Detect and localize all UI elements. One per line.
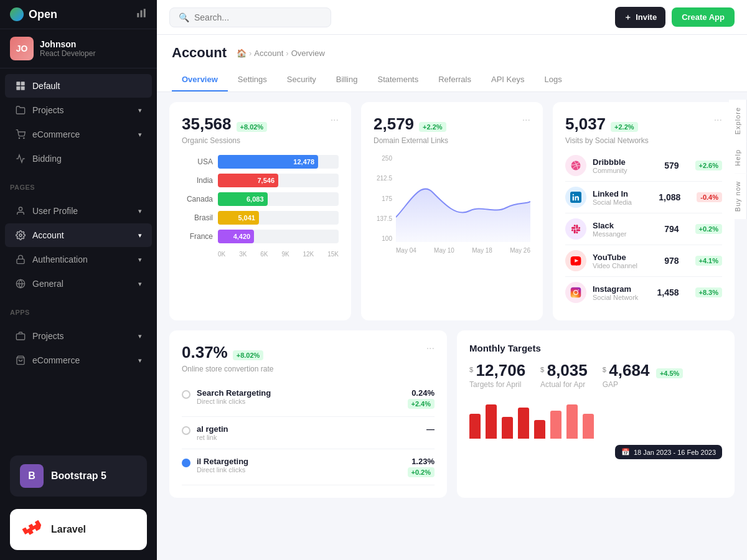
dribbble-count: 579 xyxy=(664,161,679,170)
tab-logs[interactable]: Logs xyxy=(534,68,571,91)
breadcrumb: 🏠 › Account › Overview xyxy=(237,49,325,58)
app-logo[interactable]: Open xyxy=(10,7,57,21)
monthly-actual-label: Actual for Apr xyxy=(540,380,588,389)
conv-rate: 0.37% xyxy=(182,343,228,362)
sidebar-item-user-profile[interactable]: User Profile ▾ xyxy=(5,199,152,223)
content-area: 35,568 +8.02% ··· Organic Sessions USA12… xyxy=(157,92,747,560)
monthly-targets: $ 12,706 Targets for April xyxy=(469,361,525,389)
bootstrap-label: Bootstrap 5 xyxy=(51,470,106,482)
breadcrumb-overview[interactable]: Overview xyxy=(291,49,325,58)
al-retarg-pct: — xyxy=(426,424,435,434)
chevron-down-icon-5: ▾ xyxy=(138,256,142,264)
instagram-icon xyxy=(565,282,586,303)
domain-links-label: Domain External Links xyxy=(374,136,530,145)
tab-security[interactable]: Security xyxy=(277,68,326,91)
sidebar-item-general[interactable]: General ▾ xyxy=(5,272,152,296)
create-app-label: Create App xyxy=(682,12,725,22)
create-app-button[interactable]: Create App xyxy=(672,7,735,27)
conv-more[interactable]: ··· xyxy=(426,343,435,354)
sidebar-item-general-label: General xyxy=(32,279,63,289)
user-name: Johnson xyxy=(40,39,95,49)
plus-icon: ＋ xyxy=(624,12,632,23)
topbar-actions: ＋ Invite Create App xyxy=(615,7,735,28)
laravel-card[interactable]: Laravel xyxy=(10,509,147,550)
invite-button[interactable]: ＋ Invite xyxy=(615,7,665,28)
sidebar-item-authentication[interactable]: Authentication ▾ xyxy=(5,248,152,271)
sidebar-chart-icon[interactable] xyxy=(136,7,147,21)
sidebar-item-bidding[interactable]: Bidding xyxy=(5,147,152,170)
tab-api-keys[interactable]: API Keys xyxy=(481,68,534,91)
sidebar-item-projects-label: Projects xyxy=(32,105,64,115)
sidebar-item-projects-app[interactable]: Projects ▾ xyxy=(5,324,152,348)
user-section[interactable]: JO Johnson React Developer xyxy=(0,29,157,68)
chevron-down-icon-3: ▾ xyxy=(138,207,142,215)
grid-icon xyxy=(15,80,26,91)
pages-nav: User Profile ▾ Account ▾ Authentication … xyxy=(0,194,157,301)
svg-rect-3 xyxy=(16,82,20,85)
svg-rect-14 xyxy=(16,334,24,340)
tab-referrals[interactable]: Referrals xyxy=(428,68,481,91)
svg-point-20 xyxy=(578,289,579,291)
sidebar-item-account[interactable]: Account ▾ xyxy=(5,223,152,247)
sidebar-header: Open xyxy=(0,0,157,29)
page-header: Account 🏠 › Account › Overview Overview … xyxy=(157,35,747,92)
organic-sessions-value: 35,568 xyxy=(182,114,232,134)
organic-sessions-more[interactable]: ··· xyxy=(331,114,339,126)
tab-overview[interactable]: Overview xyxy=(172,68,228,91)
help-label[interactable]: Help xyxy=(729,142,747,174)
pages-section-label: PAGES xyxy=(0,176,157,194)
monthly-gap-label: GAP xyxy=(603,380,684,389)
slack-badge: +0.2% xyxy=(695,224,723,234)
tab-settings[interactable]: Settings xyxy=(228,68,277,91)
social-visits-badge: +2.2% xyxy=(611,122,638,132)
search-box[interactable]: 🔍 xyxy=(169,7,331,27)
social-networks-card: 5,037 +2.2% ··· Visits by Social Network… xyxy=(553,102,735,320)
search-input[interactable] xyxy=(194,12,322,22)
chevron-down-icon-7: ▾ xyxy=(138,332,142,340)
apps-section-label: APPS xyxy=(0,301,157,319)
al-retarg-sub: ret link xyxy=(197,434,228,441)
organic-sessions-badge: +8.02% xyxy=(237,122,268,132)
sidebar-item-ecommerce-app[interactable]: eCommerce ▾ xyxy=(5,348,152,372)
logo-icon xyxy=(10,7,24,21)
sidebar-item-ecommerce[interactable]: eCommerce ▾ xyxy=(5,123,152,146)
monthly-targets-label: Targets for April xyxy=(469,380,525,389)
sidebar-item-default[interactable]: Default xyxy=(5,74,152,98)
il-retarg-sub: Direct link clicks xyxy=(197,466,248,474)
explore-label[interactable]: Explore xyxy=(729,100,747,142)
page-title-row: Account 🏠 › Account › Overview xyxy=(172,45,732,61)
social-more[interactable]: ··· xyxy=(714,114,722,126)
sidebar-item-default-label: Default xyxy=(32,81,60,91)
monthly-actual: $ 8,035 Actual for Apr xyxy=(540,361,588,389)
domain-links-badge: +2.2% xyxy=(419,122,446,132)
dribbble-type: Community xyxy=(593,167,658,174)
social-row-slack: Slack Messanger 794 +0.2% xyxy=(565,213,722,245)
folder-icon xyxy=(15,105,26,116)
sidebar-item-projects-app-label: Projects xyxy=(32,331,64,341)
shopping-icon xyxy=(15,129,26,140)
instagram-count: 1,458 xyxy=(657,287,679,297)
retargeting-row-2: al rgetin ret link — xyxy=(182,417,435,449)
domain-links-more[interactable]: ··· xyxy=(522,114,530,126)
svg-rect-5 xyxy=(16,86,20,90)
side-labels: Explore Help Buy now xyxy=(729,100,747,219)
tab-statements[interactable]: Statements xyxy=(367,68,428,91)
youtube-count: 978 xyxy=(664,256,679,266)
social-list: Dribbble Community 579 +2.6% Linked In xyxy=(565,150,722,308)
main-content: 🔍 ＋ Invite Create App Account 🏠 › Accoun… xyxy=(157,0,747,560)
monthly-actual-value: 8,035 xyxy=(547,361,588,380)
buy-now-label[interactable]: Buy now xyxy=(729,174,747,219)
dribbble-name: Dribbble xyxy=(593,157,658,167)
date-badge: 📅 18 Jan 2023 - 16 Feb 2023 xyxy=(615,445,722,459)
tab-billing[interactable]: Billing xyxy=(326,68,368,91)
monthly-gap: $ 4,684 +4.5% GAP xyxy=(603,361,684,389)
domain-links-value: 2,579 xyxy=(374,114,414,134)
page-title: Account xyxy=(172,45,227,61)
bootstrap-card[interactable]: B Bootstrap 5 xyxy=(10,455,147,497)
breadcrumb-account[interactable]: Account xyxy=(254,49,283,58)
retargeting-row-1: Search Retargeting Direct link clicks 0.… xyxy=(182,381,435,417)
instagram-badge: +8.3% xyxy=(695,287,723,297)
avatar: JO xyxy=(10,37,34,60)
gap-badge: +4.5% xyxy=(656,368,684,378)
sidebar-item-projects[interactable]: Projects ▾ xyxy=(5,98,152,122)
